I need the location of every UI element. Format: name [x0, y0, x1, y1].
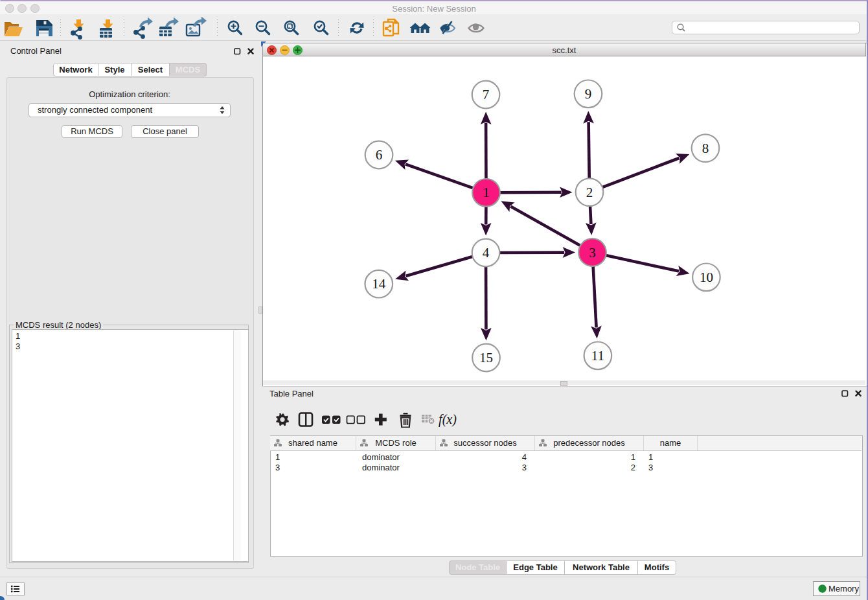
svg-text:f(x): f(x): [439, 412, 457, 427]
svg-text:1: 1: [483, 185, 490, 200]
svg-text:14: 14: [372, 276, 386, 292]
svg-text:10: 10: [700, 270, 713, 285]
svg-text:6: 6: [376, 147, 383, 163]
svg-text:11: 11: [591, 348, 604, 363]
svg-text:2: 2: [586, 185, 593, 200]
svg-text:9: 9: [585, 86, 592, 102]
svg-text:15: 15: [479, 350, 493, 365]
svg-text:7: 7: [483, 87, 490, 102]
svg-text:8: 8: [702, 141, 709, 156]
svg-text:4: 4: [483, 245, 490, 260]
svg-text:3: 3: [589, 245, 596, 260]
